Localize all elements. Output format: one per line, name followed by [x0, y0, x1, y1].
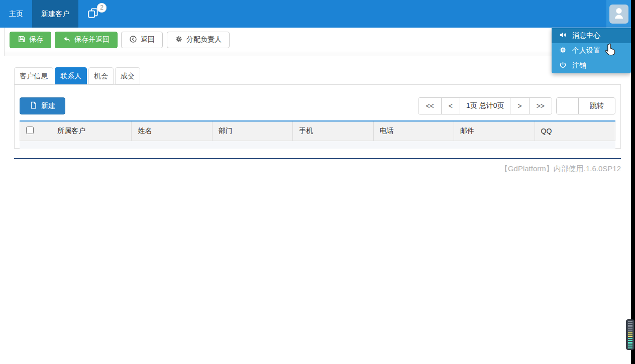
footer-version-text: 【GdPlatform】内部使用.1.6.0SP12 [500, 164, 621, 174]
tab-contacts[interactable]: 联系人 [55, 67, 87, 84]
floppy-icon [18, 35, 26, 45]
column-header-qq: QQ [535, 121, 615, 141]
table-header-row: 所属客户 姓名 部门 手机 电话 邮件 QQ [20, 121, 615, 141]
circle-left-arrow-icon [129, 35, 137, 45]
save-button-label: 保存 [29, 35, 43, 44]
pagination-group: << < 1页 总计0页 > >> [418, 97, 552, 114]
column-header-name: 姓名 [132, 121, 212, 141]
menu-item-logout-label: 注销 [572, 61, 586, 70]
open-tabs-button[interactable]: 2 [78, 0, 108, 28]
person-icon [611, 6, 626, 22]
led-meter-widget [626, 319, 634, 350]
menu-item-personal-settings-label: 个人设置 [572, 46, 600, 55]
action-toolbar: 保存 保存并返回 返回 分配负责人 [4, 28, 631, 52]
gear-icon [175, 35, 183, 45]
tabs-count-badge: 2 [97, 3, 107, 13]
last-page-button[interactable]: >> [530, 98, 552, 114]
volume-icon [559, 31, 567, 41]
user-dropdown-menu: 消息中心 个人设置 注销 [552, 28, 631, 73]
assign-owner-button[interactable]: 分配负责人 [167, 32, 230, 48]
save-and-return-button[interactable]: 保存并返回 [55, 32, 118, 48]
next-page-button[interactable]: > [510, 98, 529, 114]
power-icon [559, 61, 567, 71]
menu-item-personal-settings[interactable]: 个人设置 [552, 43, 631, 58]
tab-customer-info-label: 客户信息 [20, 72, 48, 80]
back-button[interactable]: 返回 [121, 32, 163, 48]
tab-contacts-label: 联系人 [60, 72, 81, 80]
select-all-checkbox[interactable] [26, 127, 34, 134]
nav-item-new-customer-label: 新建客户 [41, 10, 69, 19]
assign-owner-button-label: 分配负责人 [186, 35, 222, 44]
select-all-cell [20, 121, 51, 141]
first-page-button[interactable]: << [418, 98, 441, 114]
save-button[interactable]: 保存 [10, 32, 51, 48]
page-jump-input[interactable] [557, 98, 579, 114]
column-header-customer: 所属客户 [51, 121, 132, 141]
column-header-mobile: 手机 [293, 121, 373, 141]
top-navbar: 主页 新建客户 2 [0, 0, 635, 28]
menu-item-logout[interactable]: 注销 [552, 58, 631, 73]
tab-customer-info[interactable]: 客户信息 [14, 67, 53, 84]
tab-opportunity[interactable]: 机会 [88, 67, 114, 84]
save-and-return-button-label: 保存并返回 [74, 35, 110, 44]
tab-opportunity-label: 机会 [94, 72, 108, 80]
hand-cursor-icon [604, 42, 616, 56]
pagination: << < 1页 总计0页 > >> 跳转 [418, 97, 615, 114]
new-contact-button-label: 新建 [41, 101, 55, 110]
gear-icon [559, 46, 567, 56]
new-file-icon [30, 101, 37, 110]
page-jump-button[interactable]: 跳转 [579, 98, 615, 114]
column-header-phone: 电话 [373, 121, 454, 141]
prev-page-button[interactable]: < [442, 98, 460, 114]
nav-item-home[interactable]: 主页 [0, 0, 32, 28]
contacts-table: 所属客户 姓名 部门 手机 电话 邮件 QQ [20, 120, 615, 141]
grid-toolbar: 新建 << < 1页 总计0页 > >> 跳转 [20, 97, 615, 114]
detail-tabs: 客户信息 联系人 机会 成交 [14, 67, 142, 84]
column-header-email: 邮件 [454, 121, 535, 141]
screen-edge-black-strip [631, 0, 635, 364]
section-divider-band [4, 52, 631, 56]
contacts-panel: 新建 << < 1页 总计0页 > >> 跳转 所属客户 姓名 部门 手机 [14, 84, 621, 149]
column-header-department: 部门 [212, 121, 292, 141]
nav-item-new-customer[interactable]: 新建客户 [32, 0, 78, 28]
empty-table-body [20, 141, 615, 149]
menu-item-message-center[interactable]: 消息中心 [552, 28, 631, 43]
page-jump-group: 跳转 [556, 97, 615, 114]
nav-item-home-label: 主页 [9, 10, 23, 19]
footer-divider [14, 158, 621, 159]
avatar [609, 5, 628, 24]
user-menu-button[interactable] [606, 0, 631, 28]
reply-arrow-icon [63, 35, 71, 45]
tab-deal[interactable]: 成交 [115, 67, 140, 84]
tab-deal-label: 成交 [121, 72, 135, 80]
back-button-label: 返回 [141, 35, 155, 44]
menu-item-message-center-label: 消息中心 [572, 31, 600, 40]
page-status: 1页 总计0页 [460, 98, 510, 114]
new-contact-button[interactable]: 新建 [20, 97, 65, 114]
